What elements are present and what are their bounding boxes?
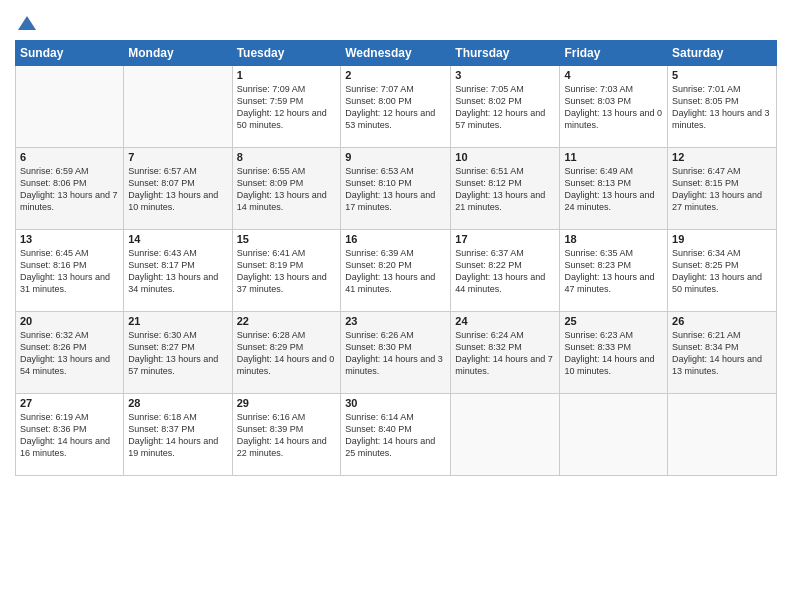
calendar-cell: 11Sunrise: 6:49 AM Sunset: 8:13 PM Dayli… (560, 148, 668, 230)
day-info: Sunrise: 6:19 AM Sunset: 8:36 PM Dayligh… (20, 411, 119, 460)
day-number: 3 (455, 69, 555, 81)
day-info: Sunrise: 7:01 AM Sunset: 8:05 PM Dayligh… (672, 83, 772, 132)
day-info: Sunrise: 7:07 AM Sunset: 8:00 PM Dayligh… (345, 83, 446, 132)
calendar-cell: 20Sunrise: 6:32 AM Sunset: 8:26 PM Dayli… (16, 312, 124, 394)
day-number: 10 (455, 151, 555, 163)
calendar-cell (16, 66, 124, 148)
calendar-cell: 24Sunrise: 6:24 AM Sunset: 8:32 PM Dayli… (451, 312, 560, 394)
day-number: 21 (128, 315, 227, 327)
calendar-cell: 26Sunrise: 6:21 AM Sunset: 8:34 PM Dayli… (668, 312, 777, 394)
day-number: 18 (564, 233, 663, 245)
calendar-cell (451, 394, 560, 476)
calendar-cell: 12Sunrise: 6:47 AM Sunset: 8:15 PM Dayli… (668, 148, 777, 230)
day-info: Sunrise: 6:35 AM Sunset: 8:23 PM Dayligh… (564, 247, 663, 296)
calendar-week-row: 13Sunrise: 6:45 AM Sunset: 8:16 PM Dayli… (16, 230, 777, 312)
col-header-saturday: Saturday (668, 41, 777, 66)
calendar-cell: 25Sunrise: 6:23 AM Sunset: 8:33 PM Dayli… (560, 312, 668, 394)
day-info: Sunrise: 6:49 AM Sunset: 8:13 PM Dayligh… (564, 165, 663, 214)
day-number: 15 (237, 233, 337, 245)
calendar-cell: 29Sunrise: 6:16 AM Sunset: 8:39 PM Dayli… (232, 394, 341, 476)
calendar-cell: 23Sunrise: 6:26 AM Sunset: 8:30 PM Dayli… (341, 312, 451, 394)
day-info: Sunrise: 6:16 AM Sunset: 8:39 PM Dayligh… (237, 411, 337, 460)
col-header-thursday: Thursday (451, 41, 560, 66)
day-number: 20 (20, 315, 119, 327)
calendar-header-row: SundayMondayTuesdayWednesdayThursdayFrid… (16, 41, 777, 66)
day-info: Sunrise: 7:03 AM Sunset: 8:03 PM Dayligh… (564, 83, 663, 132)
col-header-friday: Friday (560, 41, 668, 66)
day-number: 1 (237, 69, 337, 81)
calendar-cell: 1Sunrise: 7:09 AM Sunset: 7:59 PM Daylig… (232, 66, 341, 148)
calendar-table: SundayMondayTuesdayWednesdayThursdayFrid… (15, 40, 777, 476)
calendar-cell: 7Sunrise: 6:57 AM Sunset: 8:07 PM Daylig… (124, 148, 232, 230)
day-info: Sunrise: 6:41 AM Sunset: 8:19 PM Dayligh… (237, 247, 337, 296)
day-info: Sunrise: 6:51 AM Sunset: 8:12 PM Dayligh… (455, 165, 555, 214)
day-number: 5 (672, 69, 772, 81)
day-number: 11 (564, 151, 663, 163)
logo (15, 14, 38, 32)
day-number: 2 (345, 69, 446, 81)
day-number: 17 (455, 233, 555, 245)
calendar-cell: 10Sunrise: 6:51 AM Sunset: 8:12 PM Dayli… (451, 148, 560, 230)
day-number: 23 (345, 315, 446, 327)
calendar-cell: 21Sunrise: 6:30 AM Sunset: 8:27 PM Dayli… (124, 312, 232, 394)
day-number: 29 (237, 397, 337, 409)
day-number: 27 (20, 397, 119, 409)
col-header-monday: Monday (124, 41, 232, 66)
day-info: Sunrise: 7:09 AM Sunset: 7:59 PM Dayligh… (237, 83, 337, 132)
day-info: Sunrise: 6:57 AM Sunset: 8:07 PM Dayligh… (128, 165, 227, 214)
calendar-cell: 2Sunrise: 7:07 AM Sunset: 8:00 PM Daylig… (341, 66, 451, 148)
col-header-tuesday: Tuesday (232, 41, 341, 66)
day-number: 13 (20, 233, 119, 245)
day-info: Sunrise: 6:34 AM Sunset: 8:25 PM Dayligh… (672, 247, 772, 296)
day-info: Sunrise: 6:21 AM Sunset: 8:34 PM Dayligh… (672, 329, 772, 378)
day-info: Sunrise: 7:05 AM Sunset: 8:02 PM Dayligh… (455, 83, 555, 132)
day-number: 22 (237, 315, 337, 327)
day-number: 19 (672, 233, 772, 245)
col-header-sunday: Sunday (16, 41, 124, 66)
page: SundayMondayTuesdayWednesdayThursdayFrid… (0, 0, 792, 612)
day-info: Sunrise: 6:18 AM Sunset: 8:37 PM Dayligh… (128, 411, 227, 460)
day-info: Sunrise: 6:59 AM Sunset: 8:06 PM Dayligh… (20, 165, 119, 214)
calendar-cell: 14Sunrise: 6:43 AM Sunset: 8:17 PM Dayli… (124, 230, 232, 312)
calendar-cell: 22Sunrise: 6:28 AM Sunset: 8:29 PM Dayli… (232, 312, 341, 394)
day-info: Sunrise: 6:37 AM Sunset: 8:22 PM Dayligh… (455, 247, 555, 296)
calendar-cell: 30Sunrise: 6:14 AM Sunset: 8:40 PM Dayli… (341, 394, 451, 476)
calendar-week-row: 20Sunrise: 6:32 AM Sunset: 8:26 PM Dayli… (16, 312, 777, 394)
day-info: Sunrise: 6:53 AM Sunset: 8:10 PM Dayligh… (345, 165, 446, 214)
day-number: 25 (564, 315, 663, 327)
col-header-wednesday: Wednesday (341, 41, 451, 66)
calendar-cell (560, 394, 668, 476)
calendar-cell: 5Sunrise: 7:01 AM Sunset: 8:05 PM Daylig… (668, 66, 777, 148)
calendar-cell: 17Sunrise: 6:37 AM Sunset: 8:22 PM Dayli… (451, 230, 560, 312)
day-number: 16 (345, 233, 446, 245)
calendar-week-row: 1Sunrise: 7:09 AM Sunset: 7:59 PM Daylig… (16, 66, 777, 148)
day-number: 28 (128, 397, 227, 409)
day-number: 26 (672, 315, 772, 327)
calendar-cell: 15Sunrise: 6:41 AM Sunset: 8:19 PM Dayli… (232, 230, 341, 312)
calendar-week-row: 6Sunrise: 6:59 AM Sunset: 8:06 PM Daylig… (16, 148, 777, 230)
day-number: 8 (237, 151, 337, 163)
day-info: Sunrise: 6:24 AM Sunset: 8:32 PM Dayligh… (455, 329, 555, 378)
day-info: Sunrise: 6:39 AM Sunset: 8:20 PM Dayligh… (345, 247, 446, 296)
calendar-cell: 3Sunrise: 7:05 AM Sunset: 8:02 PM Daylig… (451, 66, 560, 148)
day-number: 14 (128, 233, 227, 245)
calendar-cell: 28Sunrise: 6:18 AM Sunset: 8:37 PM Dayli… (124, 394, 232, 476)
calendar-cell: 18Sunrise: 6:35 AM Sunset: 8:23 PM Dayli… (560, 230, 668, 312)
calendar-week-row: 27Sunrise: 6:19 AM Sunset: 8:36 PM Dayli… (16, 394, 777, 476)
day-number: 9 (345, 151, 446, 163)
calendar-cell: 27Sunrise: 6:19 AM Sunset: 8:36 PM Dayli… (16, 394, 124, 476)
day-number: 12 (672, 151, 772, 163)
day-info: Sunrise: 6:43 AM Sunset: 8:17 PM Dayligh… (128, 247, 227, 296)
calendar-cell: 13Sunrise: 6:45 AM Sunset: 8:16 PM Dayli… (16, 230, 124, 312)
day-info: Sunrise: 6:14 AM Sunset: 8:40 PM Dayligh… (345, 411, 446, 460)
calendar-cell (124, 66, 232, 148)
day-info: Sunrise: 6:28 AM Sunset: 8:29 PM Dayligh… (237, 329, 337, 378)
calendar-cell: 16Sunrise: 6:39 AM Sunset: 8:20 PM Dayli… (341, 230, 451, 312)
logo-icon (16, 14, 38, 32)
day-info: Sunrise: 6:45 AM Sunset: 8:16 PM Dayligh… (20, 247, 119, 296)
day-number: 4 (564, 69, 663, 81)
day-info: Sunrise: 6:32 AM Sunset: 8:26 PM Dayligh… (20, 329, 119, 378)
day-info: Sunrise: 6:47 AM Sunset: 8:15 PM Dayligh… (672, 165, 772, 214)
calendar-cell: 8Sunrise: 6:55 AM Sunset: 8:09 PM Daylig… (232, 148, 341, 230)
calendar-cell: 6Sunrise: 6:59 AM Sunset: 8:06 PM Daylig… (16, 148, 124, 230)
